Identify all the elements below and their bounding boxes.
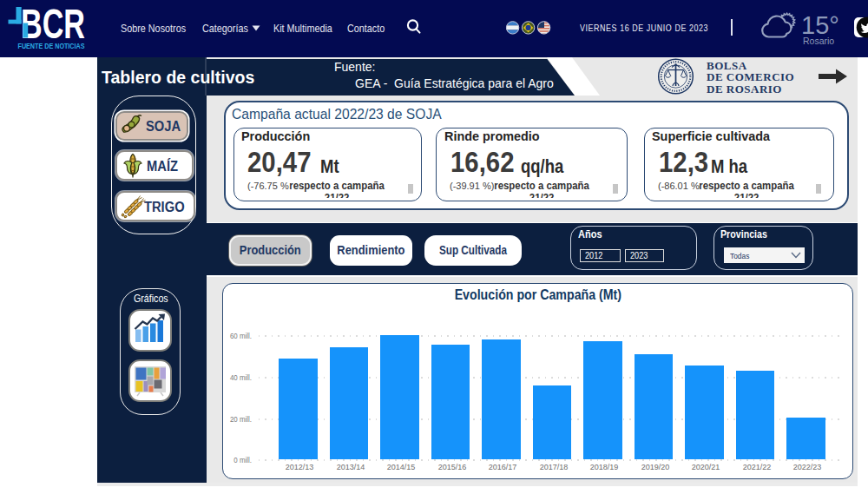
svg-text:FUENTE DE NOTICIAS: FUENTE DE NOTICIAS — [18, 42, 85, 50]
svg-text:BCR: BCR — [21, 1, 85, 47]
